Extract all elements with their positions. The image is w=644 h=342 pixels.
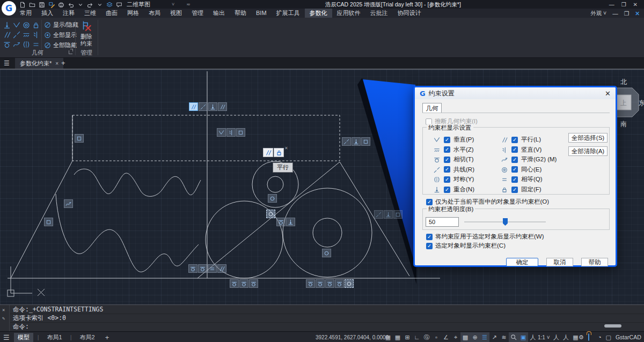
constraint-badge[interactable]: [44, 218, 53, 226]
constraint-badge[interactable]: [64, 199, 73, 208]
select-all-button[interactable]: 全部选择(S): [568, 133, 608, 143]
perpendicular-icon[interactable]: [13, 20, 20, 29]
new-document-tab-button[interactable]: +: [61, 59, 65, 67]
caret-down-icon[interactable]: [77, 0, 84, 9]
layout-tab-布局1[interactable]: 布局1: [43, 333, 66, 342]
checkbox-checked[interactable]: ✓: [511, 137, 518, 143]
print-icon[interactable]: [58, 0, 64, 9]
dialog-tab-geometry[interactable]: 几何: [422, 103, 442, 113]
lineweight-icon[interactable]: ☰: [480, 332, 489, 342]
layout-tab-模型[interactable]: 模型: [14, 333, 33, 342]
redo-icon[interactable]: [87, 0, 93, 9]
perpendicular-icon[interactable]: [217, 128, 226, 137]
checkbox-checked[interactable]: ✓: [426, 234, 433, 240]
clear-all-button[interactable]: 全部清除(A): [568, 146, 608, 156]
ribbon-tab-视图[interactable]: 视图: [165, 9, 187, 18]
parallel-icon[interactable]: [217, 264, 226, 273]
page-icon[interactable]: ▢: [606, 334, 611, 341]
circle-icon[interactable]: [345, 279, 354, 288]
ribbon-button[interactable]: 显示/隐藏: [44, 20, 78, 29]
add-layout-button[interactable]: +: [105, 333, 109, 341]
ribbon-tab-参数化[interactable]: 参数化: [305, 9, 332, 18]
open-folder-icon[interactable]: [29, 0, 35, 9]
lock-icon[interactable]: [588, 334, 589, 340]
hatch-icon[interactable]: ▩: [460, 332, 470, 342]
checkbox-checked[interactable]: ✓: [444, 187, 450, 193]
equal-icon[interactable]: [32, 39, 40, 49]
dialog-close-icon[interactable]: ✕: [605, 90, 611, 98]
parallel-icon[interactable]: [218, 102, 227, 111]
vertical-icon[interactable]: [32, 29, 40, 39]
constraint-badge[interactable]: [322, 249, 331, 257]
checkbox-checked[interactable]: ✓: [511, 187, 518, 193]
checkbox-checked[interactable]: ✓: [426, 243, 433, 249]
collinear-icon[interactable]: [199, 102, 208, 111]
tangent-icon[interactable]: [230, 279, 239, 288]
document-tab-close-icon[interactable]: ×: [55, 61, 58, 66]
layout-tab-布局2[interactable]: 布局2: [76, 333, 99, 342]
ribbon-tab-帮助[interactable]: 帮助: [230, 9, 251, 18]
checkbox-checked[interactable]: ✓: [444, 166, 450, 173]
transparency-input[interactable]: 50: [426, 217, 459, 227]
checkbox-checked[interactable]: ✓: [426, 199, 433, 205]
constraint-badge[interactable]: [266, 210, 275, 218]
restore-button[interactable]: ❐: [621, 2, 626, 8]
drawing-canvas[interactable]: ✕ 平行 上 北 东 南 G 约束设置 ✕ 几何 推断几何约束(I): [0, 69, 644, 304]
square-icon[interactable]: [393, 210, 402, 219]
coincident-icon[interactable]: [286, 218, 295, 226]
smooth-icon[interactable]: [64, 199, 73, 208]
grid-icon[interactable]: ▦: [383, 332, 393, 342]
tangent-icon[interactable]: [249, 279, 258, 288]
save-icon[interactable]: [39, 0, 45, 9]
angle-icon[interactable]: ∠: [441, 332, 451, 342]
help-button[interactable]: 帮助: [581, 258, 608, 266]
checkbox-checked[interactable]: ✓: [444, 146, 450, 153]
fix-icon[interactable]: [32, 20, 40, 29]
checkbox-checked[interactable]: ✓: [444, 176, 450, 183]
ribbon-tab-应用软件[interactable]: 应用软件: [332, 9, 365, 18]
coincident-icon[interactable]: [208, 102, 217, 111]
window-icon[interactable]: ▣: [518, 332, 528, 342]
ribbon-tab-协同设计[interactable]: 协同设计: [393, 9, 426, 18]
osnap-icon[interactable]: ⌖: [451, 332, 460, 342]
cancel-button[interactable]: 取消: [546, 258, 573, 266]
symmetric-icon[interactable]: [23, 39, 30, 49]
tangent-icon[interactable]: [239, 279, 248, 288]
close-command-icon[interactable]: ✕: [2, 307, 5, 313]
coincident-icon[interactable]: [3, 20, 11, 29]
sketch-mode-dropdown[interactable]: 二维草图: [127, 1, 150, 9]
apply-after-checkbox[interactable]: ✓ 将约束应用于选定对象后显示约束栏(W): [426, 233, 544, 241]
ribbon-tab-曲面[interactable]: 曲面: [101, 9, 122, 18]
ribbon-tab-注释[interactable]: 注释: [58, 9, 79, 18]
tangent-icon[interactable]: [325, 279, 334, 288]
horizontal-icon[interactable]: [23, 29, 30, 39]
ribbon-tab-扩展工具[interactable]: 扩展工具: [272, 9, 305, 18]
tangent-icon[interactable]: [335, 279, 344, 288]
tangent-icon[interactable]: [276, 218, 286, 226]
tangent-icon[interactable]: [306, 279, 315, 288]
checkbox-checked[interactable]: ✓: [511, 166, 518, 173]
ribbon-tab-管理[interactable]: 管理: [187, 9, 208, 18]
polar-icon[interactable]: Ⓖ: [422, 332, 431, 342]
only-current-plane-checkbox[interactable]: ✓ 仅为处于当前平面中的对象显示约束栏(O): [426, 198, 549, 206]
square-icon[interactable]: [44, 218, 53, 226]
hamburger-menu-icon[interactable]: ☰: [4, 60, 10, 67]
command-line-area[interactable]: ✕ ✎ 命令:_+CONSTRAINTSETTINGS选项卡索引 <0>:0命令…: [0, 304, 644, 331]
collinear-icon[interactable]: [374, 210, 383, 219]
smooth-icon[interactable]: [13, 39, 20, 49]
appearance-dropdown[interactable]: 外观 ˅: [590, 10, 606, 17]
doc-minimize-button[interactable]: —: [612, 10, 618, 17]
constraint-bar-close-icon[interactable]: ✕: [284, 146, 288, 151]
new-file-icon[interactable]: [19, 0, 26, 9]
constraint-badge[interactable]: [306, 279, 354, 288]
coincident-icon[interactable]: [352, 137, 361, 146]
doc-close-button[interactable]: ✕: [635, 10, 640, 17]
hovered-constraint-bar[interactable]: [263, 148, 284, 157]
equal-icon[interactable]: [208, 264, 217, 273]
caret-down-icon[interactable]: ˅: [172, 2, 174, 7]
caret-down-icon[interactable]: [97, 0, 103, 9]
tangent-icon[interactable]: [198, 264, 207, 273]
ribbon-tab-三维[interactable]: 三维: [79, 9, 101, 18]
qat-customize-icon[interactable]: ≂: [186, 2, 191, 7]
constraint-badge[interactable]: [75, 134, 84, 143]
